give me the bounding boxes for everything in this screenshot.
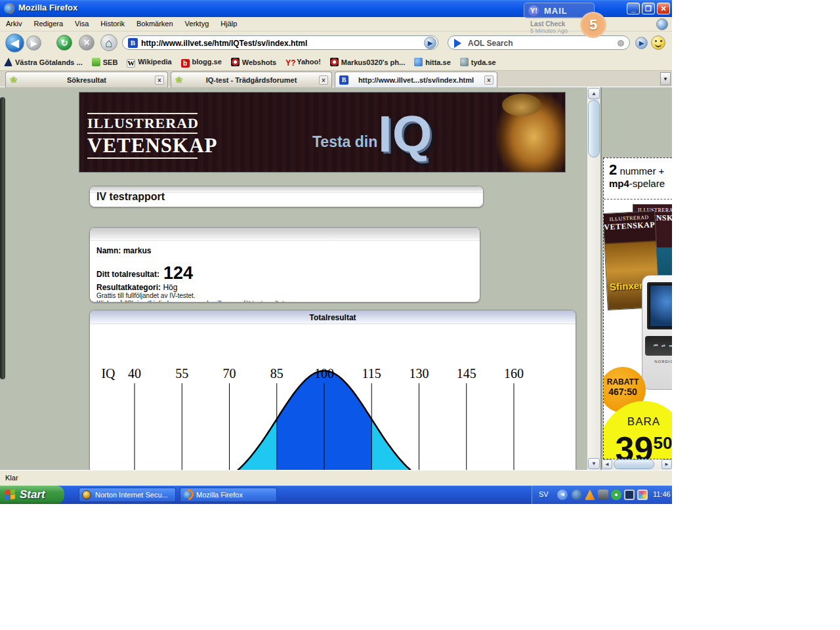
bookmark-tyda-se[interactable]: tyda.se bbox=[456, 55, 501, 71]
scroll-up-arrow[interactable]: ▲ bbox=[588, 88, 600, 99]
bookmark-wikipedia[interactable]: WWikipedia bbox=[123, 55, 177, 71]
url-text[interactable]: http://www.illvet.se/htm/IQTest/sv/index… bbox=[141, 39, 307, 48]
flower-favicon: ❀ bbox=[10, 75, 19, 85]
bookmark-yahoo[interactable]: Y?Yahoo! bbox=[282, 55, 326, 71]
tab-title: Sökresultat bbox=[22, 76, 152, 84]
restore-button[interactable]: ❐ bbox=[642, 3, 655, 14]
bookmark-hitta-se[interactable]: hitta.se bbox=[410, 55, 456, 71]
norton-globe-icon bbox=[82, 490, 91, 499]
search-input[interactable]: AOL Search bbox=[468, 39, 513, 48]
bookmark-webshots[interactable]: Webshots bbox=[227, 55, 282, 71]
back-button[interactable]: ◀ bbox=[5, 33, 24, 52]
result-name-line: Namn: markus bbox=[96, 246, 471, 255]
mp4-player-image: ⏮ ⏯ ⏭ NORDIC bbox=[642, 275, 672, 390]
seb-icon bbox=[92, 58, 100, 66]
firefox-throbber-icon bbox=[656, 18, 668, 30]
tick-label: 145 bbox=[457, 366, 476, 381]
tab-close-icon[interactable]: × bbox=[484, 75, 494, 85]
hitta-icon bbox=[414, 58, 423, 66]
tick-label: 160 bbox=[504, 366, 524, 381]
system-tray: SV ◄ 11:46 bbox=[532, 486, 672, 504]
tyda-icon bbox=[460, 58, 469, 66]
menu-redigera[interactable]: Redigera bbox=[28, 17, 69, 30]
url-go-button[interactable]: ▶ bbox=[424, 37, 436, 49]
tick-label: 115 bbox=[362, 366, 381, 381]
menu-arkiv[interactable]: Arkiv bbox=[0, 17, 28, 30]
start-button[interactable]: Start bbox=[0, 486, 64, 504]
scroll-right-arrow[interactable]: ► bbox=[662, 459, 672, 469]
reload-button[interactable]: ↻ bbox=[56, 35, 72, 51]
tab-title: http://www.illvet...st/sv/index.html bbox=[351, 76, 481, 84]
bookmark-markus-photos[interactable]: Markus0320's ph... bbox=[326, 55, 410, 71]
forward-button[interactable]: ▶ bbox=[26, 35, 41, 51]
tab-close-icon[interactable]: × bbox=[155, 75, 164, 85]
tray-disc-icon[interactable] bbox=[611, 490, 621, 500]
report-title: IV testrapport bbox=[96, 191, 165, 203]
home-button[interactable]: ⌂ bbox=[100, 34, 117, 51]
close-button[interactable]: ✕ bbox=[657, 3, 670, 14]
tray-display-icon[interactable] bbox=[624, 490, 635, 500]
tab-iq-test-forum[interactable]: ❀ IQ-test - Trädgårdsforumet × bbox=[171, 72, 332, 87]
tab-overflow-dropdown[interactable]: ▼ bbox=[660, 72, 671, 85]
search-bar[interactable]: AOL Search bbox=[448, 35, 630, 50]
tray-settings-icon[interactable] bbox=[598, 490, 608, 500]
window-title: Mozilla Firefox bbox=[18, 3, 77, 12]
ad-frame-horizontal-scrollbar[interactable]: ◄ ► bbox=[602, 459, 672, 470]
yahoo-icon: Y! bbox=[528, 5, 539, 16]
tray-collapse-icon[interactable]: ◄ bbox=[557, 490, 568, 500]
taskbar-clock: 11:46 bbox=[653, 490, 671, 498]
tray-globe-icon[interactable] bbox=[572, 490, 582, 500]
stop-button[interactable]: ✕ bbox=[79, 35, 94, 51]
main-frame-vertical-scrollbar[interactable]: ▲ ▼ bbox=[587, 87, 600, 470]
yahoo-mail-count-badge: 5 bbox=[580, 12, 606, 38]
tab-sokresultat[interactable]: ❀ Sökresultat × bbox=[5, 72, 168, 87]
banner-iq-word: IQ bbox=[378, 104, 432, 164]
url-bar[interactable]: B http://www.illvet.se/htm/IQTest/sv/ind… bbox=[122, 35, 438, 50]
box-header-strip bbox=[90, 228, 480, 241]
tray-graphics-icon[interactable] bbox=[637, 490, 648, 500]
chart-box: Totalresultat 40557085100115130145160IQ bbox=[89, 310, 576, 470]
horizontal-scrollbar-thumb[interactable] bbox=[614, 459, 654, 469]
aol-icon bbox=[454, 39, 461, 48]
mp4-player-buttons: ⏮ ⏯ ⏭ bbox=[645, 336, 672, 356]
vertical-scrollbar-thumb[interactable] bbox=[588, 100, 600, 158]
bookmark-seb[interactable]: SEB bbox=[88, 55, 123, 71]
tick-label: 70 bbox=[223, 366, 236, 381]
search-go-button[interactable]: ▶ bbox=[635, 37, 648, 49]
menu-visa[interactable]: Visa bbox=[69, 17, 94, 30]
scroll-down-arrow[interactable]: ▼ bbox=[588, 458, 600, 469]
magazine-cover-title: Sfinxen bbox=[610, 280, 646, 293]
tab-illvet-active[interactable]: B http://www.illvet...st/sv/index.html × bbox=[335, 72, 497, 87]
smiley-toolbar-button[interactable] bbox=[651, 35, 665, 50]
subscription-ad[interactable]: 2 nummer + mp4-spelare ILLUSTRERAD VETEN… bbox=[603, 158, 672, 459]
bookmark-vastra-gotalands[interactable]: Västra Götalands ... bbox=[0, 55, 88, 71]
menu-hjalp[interactable]: Hjälp bbox=[215, 17, 243, 30]
chart-title: Totalresultat bbox=[90, 310, 576, 322]
iq-bell-curve-chart: 40557085100115130145160IQ bbox=[90, 324, 576, 470]
banner-face-image bbox=[453, 93, 565, 173]
status-text: Klar bbox=[5, 474, 18, 482]
result-congrats-line: Grattis till fullföljandet av IV-testet. bbox=[96, 292, 471, 300]
flower-favicon: ❀ bbox=[175, 75, 184, 85]
status-bar: Klar bbox=[0, 470, 672, 486]
tab-close-icon[interactable]: × bbox=[319, 75, 328, 85]
menu-historik[interactable]: Historik bbox=[94, 17, 131, 30]
webshots-icon bbox=[231, 58, 240, 66]
result-total-line: Ditt totalresultat:124 bbox=[96, 264, 471, 283]
desktop: Mozilla Firefox _ ❐ ✕ Y! MAIL Last Check… bbox=[0, 0, 672, 504]
site-favicon: B bbox=[128, 38, 138, 48]
minimize-button[interactable]: _ bbox=[627, 3, 640, 14]
yahoo-mail-label: MAIL bbox=[544, 6, 568, 16]
yahoo-mail-widget[interactable]: Y! MAIL Last Check 5 Minutes Ago 5 bbox=[524, 3, 601, 37]
language-indicator[interactable]: SV bbox=[539, 490, 549, 498]
ad-divider bbox=[604, 199, 672, 200]
menu-verktyg[interactable]: Verktyg bbox=[179, 17, 215, 30]
tick-label: 130 bbox=[410, 366, 429, 381]
taskbar-item-norton[interactable]: Norton Internet Secu... bbox=[79, 488, 176, 502]
menu-bokmarken[interactable]: Bokmärken bbox=[131, 17, 179, 30]
scroll-left-arrow[interactable]: ◄ bbox=[602, 459, 612, 469]
bookmark-blogg-se[interactable]: bblogg.se bbox=[177, 55, 227, 71]
taskbar-item-firefox[interactable]: Mozilla Firefox bbox=[180, 488, 277, 502]
tray-alert-icon[interactable] bbox=[585, 490, 595, 500]
search-engine-icon[interactable] bbox=[618, 40, 624, 47]
